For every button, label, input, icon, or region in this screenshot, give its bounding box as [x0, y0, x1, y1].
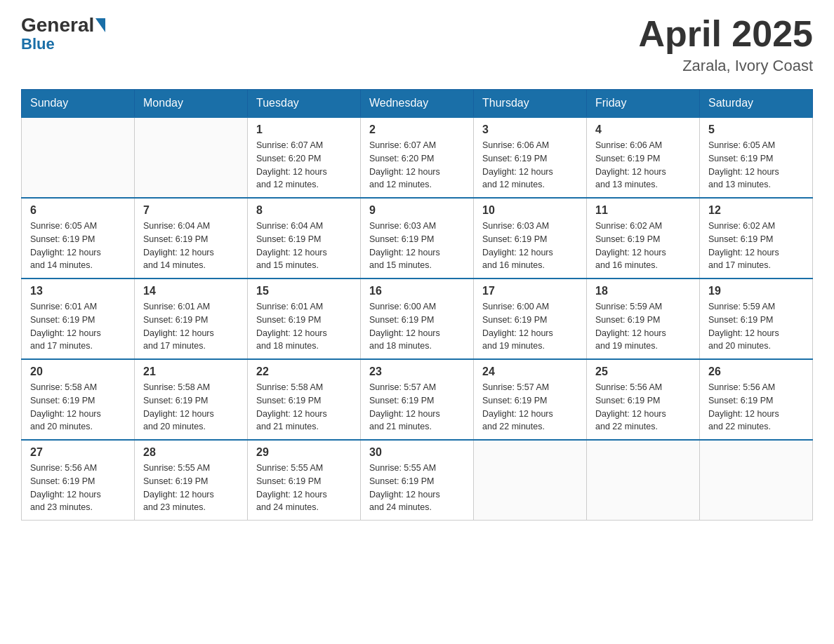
- calendar-cell: 27Sunrise: 5:56 AM Sunset: 6:19 PM Dayli…: [22, 440, 135, 521]
- calendar-cell: 12Sunrise: 6:02 AM Sunset: 6:19 PM Dayli…: [700, 198, 813, 279]
- calendar-cell: 18Sunrise: 5:59 AM Sunset: 6:19 PM Dayli…: [587, 279, 700, 359]
- day-info: Sunrise: 6:02 AM Sunset: 6:19 PM Dayligh…: [708, 220, 804, 272]
- calendar-cell: 26Sunrise: 5:56 AM Sunset: 6:19 PM Dayli…: [700, 359, 813, 440]
- day-number: 16: [369, 285, 465, 297]
- calendar-cell: 29Sunrise: 5:55 AM Sunset: 6:19 PM Dayli…: [248, 440, 361, 521]
- day-number: 2: [369, 123, 465, 136]
- day-number: 23: [369, 365, 465, 378]
- calendar-cell: [700, 440, 813, 521]
- day-info: Sunrise: 5:56 AM Sunset: 6:19 PM Dayligh…: [595, 381, 691, 434]
- day-info: Sunrise: 6:05 AM Sunset: 6:19 PM Dayligh…: [708, 139, 804, 192]
- calendar-cell: 9Sunrise: 6:03 AM Sunset: 6:19 PM Daylig…: [361, 198, 474, 279]
- weekday-header-wednesday: Wednesday: [361, 90, 474, 118]
- calendar-cell: 11Sunrise: 6:02 AM Sunset: 6:19 PM Dayli…: [587, 198, 700, 279]
- calendar-cell: 6Sunrise: 6:05 AM Sunset: 6:19 PM Daylig…: [22, 198, 135, 279]
- day-number: 30: [369, 446, 465, 459]
- week-row-1: 1Sunrise: 6:07 AM Sunset: 6:20 PM Daylig…: [22, 117, 813, 198]
- weekday-header-monday: Monday: [135, 90, 248, 118]
- calendar-cell: 3Sunrise: 6:06 AM Sunset: 6:19 PM Daylig…: [474, 117, 587, 198]
- day-info: Sunrise: 6:01 AM Sunset: 6:19 PM Dayligh…: [30, 300, 126, 353]
- weekday-header-friday: Friday: [587, 90, 700, 118]
- calendar-cell: 14Sunrise: 6:01 AM Sunset: 6:19 PM Dayli…: [135, 279, 248, 359]
- weekday-header-saturday: Saturday: [700, 90, 813, 118]
- day-info: Sunrise: 6:07 AM Sunset: 6:20 PM Dayligh…: [256, 139, 352, 192]
- day-number: 24: [482, 365, 578, 378]
- calendar-cell: 23Sunrise: 5:57 AM Sunset: 6:19 PM Dayli…: [361, 359, 474, 440]
- day-number: 3: [482, 123, 578, 136]
- calendar-cell: [135, 117, 248, 198]
- day-number: 12: [708, 204, 804, 217]
- calendar-cell: 13Sunrise: 6:01 AM Sunset: 6:19 PM Dayli…: [22, 279, 135, 359]
- calendar-cell: 16Sunrise: 6:00 AM Sunset: 6:19 PM Dayli…: [361, 279, 474, 359]
- day-number: 13: [30, 285, 126, 297]
- day-number: 25: [595, 365, 691, 378]
- day-number: 21: [143, 365, 239, 378]
- calendar-cell: [22, 117, 135, 198]
- calendar-cell: 1Sunrise: 6:07 AM Sunset: 6:20 PM Daylig…: [248, 117, 361, 198]
- calendar-cell: 15Sunrise: 6:01 AM Sunset: 6:19 PM Dayli…: [248, 279, 361, 359]
- month-year-title: April 2025: [638, 14, 813, 54]
- day-number: 15: [256, 285, 352, 297]
- day-number: 27: [30, 446, 126, 459]
- day-info: Sunrise: 6:04 AM Sunset: 6:19 PM Dayligh…: [143, 220, 239, 272]
- calendar-cell: 28Sunrise: 5:55 AM Sunset: 6:19 PM Dayli…: [135, 440, 248, 521]
- day-info: Sunrise: 6:02 AM Sunset: 6:19 PM Dayligh…: [595, 220, 691, 272]
- logo: General Blue: [21, 14, 107, 53]
- day-info: Sunrise: 5:58 AM Sunset: 6:19 PM Dayligh…: [256, 381, 352, 434]
- day-number: 26: [708, 365, 804, 378]
- day-info: Sunrise: 6:03 AM Sunset: 6:19 PM Dayligh…: [482, 220, 578, 272]
- weekday-header-sunday: Sunday: [22, 90, 135, 118]
- day-number: 11: [595, 204, 691, 217]
- day-info: Sunrise: 5:57 AM Sunset: 6:19 PM Dayligh…: [482, 381, 578, 434]
- day-number: 6: [30, 204, 126, 217]
- calendar-cell: 8Sunrise: 6:04 AM Sunset: 6:19 PM Daylig…: [248, 198, 361, 279]
- day-number: 28: [143, 446, 239, 459]
- weekday-header-row: SundayMondayTuesdayWednesdayThursdayFrid…: [22, 90, 813, 118]
- calendar-cell: 2Sunrise: 6:07 AM Sunset: 6:20 PM Daylig…: [361, 117, 474, 198]
- day-info: Sunrise: 5:58 AM Sunset: 6:19 PM Dayligh…: [30, 381, 126, 434]
- weekday-header-tuesday: Tuesday: [248, 90, 361, 118]
- day-info: Sunrise: 5:56 AM Sunset: 6:19 PM Dayligh…: [30, 462, 126, 514]
- calendar-cell: 24Sunrise: 5:57 AM Sunset: 6:19 PM Dayli…: [474, 359, 587, 440]
- day-info: Sunrise: 6:06 AM Sunset: 6:19 PM Dayligh…: [482, 139, 578, 192]
- week-row-5: 27Sunrise: 5:56 AM Sunset: 6:19 PM Dayli…: [22, 440, 813, 521]
- calendar-cell: 4Sunrise: 6:06 AM Sunset: 6:19 PM Daylig…: [587, 117, 700, 198]
- day-info: Sunrise: 6:00 AM Sunset: 6:19 PM Dayligh…: [482, 300, 578, 353]
- logo-triangle-icon: [95, 18, 105, 32]
- calendar-cell: 20Sunrise: 5:58 AM Sunset: 6:19 PM Dayli…: [22, 359, 135, 440]
- calendar-cell: 19Sunrise: 5:59 AM Sunset: 6:19 PM Dayli…: [700, 279, 813, 359]
- day-number: 18: [595, 285, 691, 297]
- day-number: 29: [256, 446, 352, 459]
- day-number: 9: [369, 204, 465, 217]
- day-info: Sunrise: 6:06 AM Sunset: 6:19 PM Dayligh…: [595, 139, 691, 192]
- day-number: 20: [30, 365, 126, 378]
- day-info: Sunrise: 6:04 AM Sunset: 6:19 PM Dayligh…: [256, 220, 352, 272]
- day-info: Sunrise: 6:01 AM Sunset: 6:19 PM Dayligh…: [256, 300, 352, 353]
- calendar-cell: 10Sunrise: 6:03 AM Sunset: 6:19 PM Dayli…: [474, 198, 587, 279]
- calendar-cell: 7Sunrise: 6:04 AM Sunset: 6:19 PM Daylig…: [135, 198, 248, 279]
- week-row-4: 20Sunrise: 5:58 AM Sunset: 6:19 PM Dayli…: [22, 359, 813, 440]
- day-info: Sunrise: 6:00 AM Sunset: 6:19 PM Dayligh…: [369, 300, 465, 353]
- calendar-cell: [474, 440, 587, 521]
- day-number: 19: [708, 285, 804, 297]
- day-info: Sunrise: 6:01 AM Sunset: 6:19 PM Dayligh…: [143, 300, 239, 353]
- day-number: 4: [595, 123, 691, 136]
- week-row-3: 13Sunrise: 6:01 AM Sunset: 6:19 PM Dayli…: [22, 279, 813, 359]
- weekday-header-thursday: Thursday: [474, 90, 587, 118]
- day-info: Sunrise: 5:56 AM Sunset: 6:19 PM Dayligh…: [708, 381, 804, 434]
- day-number: 7: [143, 204, 239, 217]
- day-info: Sunrise: 5:55 AM Sunset: 6:19 PM Dayligh…: [143, 462, 239, 514]
- calendar-cell: 30Sunrise: 5:55 AM Sunset: 6:19 PM Dayli…: [361, 440, 474, 521]
- day-number: 1: [256, 123, 352, 136]
- day-info: Sunrise: 5:55 AM Sunset: 6:19 PM Dayligh…: [369, 462, 465, 514]
- day-info: Sunrise: 6:03 AM Sunset: 6:19 PM Dayligh…: [369, 220, 465, 272]
- day-number: 14: [143, 285, 239, 297]
- week-row-2: 6Sunrise: 6:05 AM Sunset: 6:19 PM Daylig…: [22, 198, 813, 279]
- day-number: 5: [708, 123, 804, 136]
- logo-general-text: General: [21, 14, 94, 36]
- calendar-cell: 21Sunrise: 5:58 AM Sunset: 6:19 PM Dayli…: [135, 359, 248, 440]
- calendar-cell: 22Sunrise: 5:58 AM Sunset: 6:19 PM Dayli…: [248, 359, 361, 440]
- day-number: 17: [482, 285, 578, 297]
- title-section: April 2025 Zarala, Ivory Coast: [638, 14, 813, 75]
- calendar-table: SundayMondayTuesdayWednesdayThursdayFrid…: [21, 89, 813, 521]
